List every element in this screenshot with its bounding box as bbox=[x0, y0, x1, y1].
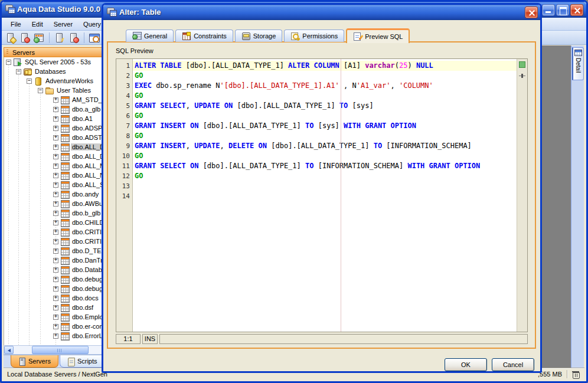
expander-expand[interactable]: + bbox=[53, 116, 58, 122]
expander-expand[interactable]: + bbox=[53, 286, 58, 292]
sql-line-12[interactable]: GO bbox=[133, 171, 517, 181]
tree-item-dbo-emplo[interactable]: +dbo.Emplo bbox=[4, 312, 103, 322]
sql-line-6[interactable]: GO bbox=[133, 111, 517, 121]
tab-general[interactable]: General bbox=[126, 30, 174, 42]
expander-expand[interactable]: + bbox=[53, 296, 58, 301]
tree-item-dbo-adspr[interactable]: +dbo.ADSPr bbox=[4, 123, 103, 133]
expander-expand[interactable]: + bbox=[53, 97, 58, 103]
tree-item-dbo-b-glb[interactable]: +dbo.b_glb bbox=[4, 208, 103, 218]
tree-item-adventureworks[interactable]: −AdventureWorks bbox=[4, 76, 103, 86]
expander-expand[interactable]: + bbox=[53, 135, 58, 140]
table-new-icon[interactable] bbox=[33, 32, 45, 44]
sql-line-13[interactable] bbox=[133, 181, 517, 191]
tree-item-dbo-errorl[interactable]: +dbo.ErrorL bbox=[4, 331, 103, 341]
tree-item-dbo-criti[interactable]: +dbo.CRITI bbox=[4, 237, 103, 246]
scrollbar-thumb[interactable] bbox=[32, 346, 89, 354]
query-window-icon[interactable] bbox=[89, 32, 100, 44]
expander-expand[interactable]: + bbox=[53, 163, 58, 169]
expander-expand[interactable]: + bbox=[53, 230, 58, 235]
tab-permissions[interactable]: Permissions bbox=[284, 30, 344, 42]
tree-item-dbo-debug[interactable]: +dbo.debug bbox=[4, 284, 103, 293]
menu-server[interactable]: Server bbox=[48, 19, 78, 30]
sql-line-5[interactable]: GRANT SELECT, UPDATE ON [dbo].[ALL_DATA_… bbox=[133, 101, 517, 111]
tree-item-dbo-adste[interactable]: +dbo.ADSTe bbox=[4, 133, 103, 142]
maximize-button[interactable] bbox=[556, 4, 569, 16]
expander-expand[interactable]: + bbox=[53, 192, 58, 197]
sql-line-7[interactable]: GRANT INSERT ON [dbo].[ALL_DATA_TYPE_1] … bbox=[133, 121, 517, 131]
expander-expand[interactable]: + bbox=[53, 333, 58, 339]
sql-code-area[interactable]: ALTER TABLE [dbo].[ALL_DATA_TYPE_1] ALTE… bbox=[133, 59, 517, 332]
ok-button[interactable]: OK bbox=[445, 358, 487, 371]
tree-item-dbo-dantr[interactable]: +dbo.DanTr bbox=[4, 256, 103, 265]
tree-item-user-tables[interactable]: −User Tables bbox=[4, 86, 103, 95]
stripe-status-square[interactable] bbox=[519, 61, 525, 68]
tab-constraints[interactable]: Constraints bbox=[175, 30, 233, 42]
tree-item-dbo-all-s[interactable]: +dbo.ALL_S bbox=[4, 180, 103, 189]
tree-item-dbo-all-d[interactable]: +dbo.ALL_D bbox=[4, 142, 103, 152]
sql-line-3[interactable]: EXEC dbo.sp_rename N'[dbo].[ALL_DATA_TYP… bbox=[133, 81, 517, 91]
expander-collapse[interactable]: − bbox=[6, 60, 11, 65]
expander-expand[interactable]: + bbox=[53, 173, 58, 178]
tree-item-dbo-child[interactable]: +dbo.CHILD bbox=[4, 218, 103, 227]
tree-item-databases[interactable]: −Databases bbox=[4, 67, 103, 76]
minimize-button[interactable] bbox=[542, 4, 555, 16]
sql-line-8[interactable]: GO bbox=[133, 131, 517, 141]
sql-line-2[interactable]: GO bbox=[133, 71, 517, 81]
dialog-titlebar[interactable]: Alter: Table bbox=[103, 5, 540, 20]
cancel-button[interactable]: Cancel bbox=[492, 358, 534, 371]
expander-expand[interactable]: + bbox=[53, 267, 58, 273]
expander-expand[interactable]: + bbox=[53, 201, 58, 207]
tree-item-dbo-a1[interactable]: +dbo.A1 bbox=[4, 114, 103, 123]
expander-expand[interactable]: + bbox=[53, 258, 58, 263]
tab-preview-sql[interactable]: Preview SQL bbox=[346, 28, 410, 43]
tree-item-dbo-debug[interactable]: +dbo.debug bbox=[4, 274, 103, 284]
expander-expand[interactable]: + bbox=[53, 315, 58, 320]
expander-expand[interactable]: + bbox=[53, 324, 58, 329]
expander-expand[interactable]: + bbox=[53, 277, 58, 282]
scroll-left-button[interactable] bbox=[4, 346, 14, 354]
tree-horizontal-scrollbar[interactable] bbox=[4, 345, 103, 355]
tree-item-dbo-datab[interactable]: +dbo.Datab bbox=[4, 265, 103, 274]
tab-detail[interactable]: Detail bbox=[572, 47, 584, 80]
register-server-icon[interactable] bbox=[5, 32, 17, 44]
tree-item-dbo-all-m[interactable]: +dbo.ALL_M bbox=[4, 161, 103, 171]
expander-expand[interactable]: + bbox=[53, 182, 58, 188]
servers-panel-header[interactable]: Servers bbox=[4, 47, 103, 57]
tree-item-dbo-dsf[interactable]: +dbo.dsf bbox=[4, 303, 103, 312]
tab-storage[interactable]: Storage bbox=[235, 30, 283, 42]
expander-expand[interactable]: + bbox=[53, 145, 58, 150]
tree-item-dbo-awbu[interactable]: +dbo.AWBu bbox=[4, 199, 103, 208]
expander-expand[interactable]: + bbox=[53, 126, 58, 131]
server-tools-icon[interactable] bbox=[54, 32, 66, 44]
tree-item-dbo-criti[interactable]: +dbo.CRITI bbox=[4, 227, 103, 237]
sql-line-9[interactable]: GRANT INSERT, UPDATE, DELETE ON [dbo].[A… bbox=[133, 141, 517, 151]
expander-expand[interactable]: + bbox=[53, 239, 58, 244]
tree-item-dbo-andy[interactable]: +dbo.andy bbox=[4, 189, 103, 199]
stripe-caret-marker[interactable] bbox=[519, 74, 525, 78]
server-remove-icon[interactable] bbox=[68, 32, 80, 44]
tab-servers[interactable]: Servers bbox=[11, 355, 58, 368]
menu-edit[interactable]: Edit bbox=[27, 19, 48, 30]
tree-item-sql-server-2005-53s[interactable]: −SQL Server 2005 - 53s bbox=[4, 57, 103, 67]
expander-expand[interactable]: + bbox=[53, 305, 58, 310]
tab-scripts[interactable]: Scripts bbox=[60, 355, 105, 368]
menu-file[interactable]: File bbox=[5, 19, 27, 30]
delete-server-icon[interactable] bbox=[19, 32, 31, 44]
trash-icon[interactable] bbox=[572, 370, 580, 378]
expander-expand[interactable]: + bbox=[53, 107, 58, 112]
sql-line-4[interactable]: GO bbox=[133, 91, 517, 101]
expander-collapse[interactable]: − bbox=[27, 78, 32, 84]
expander-collapse[interactable]: − bbox=[38, 88, 43, 93]
sql-line-10[interactable]: GO bbox=[133, 151, 517, 161]
tree-item-dbo-er-con[interactable]: +dbo.er-con bbox=[4, 322, 103, 331]
tree-item-dbo-docs[interactable]: +dbo.docs bbox=[4, 293, 103, 303]
sql-line-1[interactable]: ALTER TABLE [dbo].[ALL_DATA_TYPE_1] ALTE… bbox=[133, 61, 517, 71]
tree-item-dbo-all-d[interactable]: +dbo.ALL_D bbox=[4, 152, 103, 161]
dialog-close-button[interactable] bbox=[525, 6, 538, 18]
tree-item-dbo-all-n[interactable]: +dbo.ALL_N bbox=[4, 171, 103, 180]
expander-expand[interactable]: + bbox=[53, 154, 58, 159]
tree-item-dbo-d-tes[interactable]: +dbo.D_TES bbox=[4, 246, 103, 256]
sql-editor[interactable]: 1234567891011121314 ALTER TABLE [dbo].[A… bbox=[116, 58, 528, 332]
sql-line-11[interactable]: GRANT SELECT ON [dbo].[ALL_DATA_TYPE_1] … bbox=[133, 161, 517, 171]
expander-expand[interactable]: + bbox=[53, 248, 58, 254]
